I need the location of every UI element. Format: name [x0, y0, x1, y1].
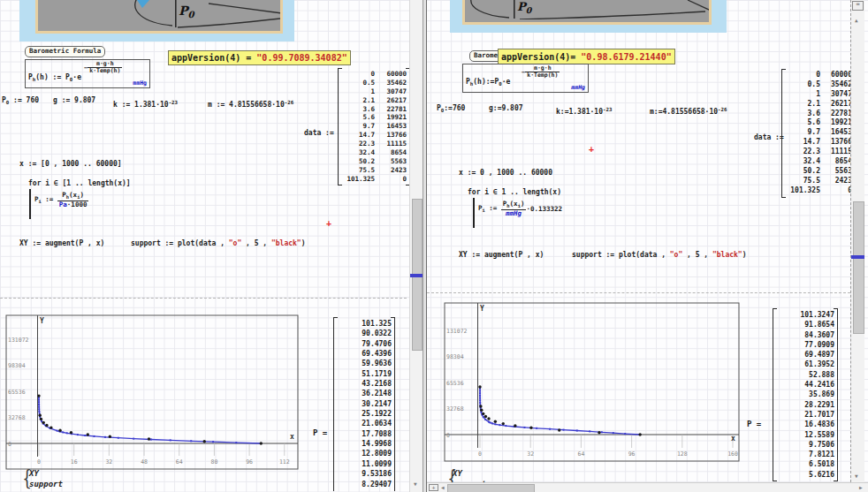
- split-grip-icon[interactable]: +: [429, 484, 438, 491]
- def-g-right[interactable]: g:=9.807: [489, 104, 523, 112]
- p-result-matrix-right[interactable]: 101.324791.865484.360777.090969.489761.3…: [773, 308, 838, 481]
- data-matrix-right[interactable]: 0600000.5354621307472.1262173.6227815.61…: [781, 69, 850, 198]
- for-loop-left[interactable]: for i ∈ [1 .. length(x)]: [28, 179, 131, 187]
- matrix-cell: 101.325: [341, 175, 375, 184]
- for-loop-right[interactable]: for i ∈ 1 .. length(x): [468, 188, 561, 196]
- matrix-cell: 9.7: [785, 128, 820, 138]
- matrix-cell: 8654: [820, 157, 850, 167]
- support-plot-right[interactable]: support := plot(data , "o" , 5 , "black"…: [572, 251, 747, 259]
- appversion-label: appVersion: [501, 52, 554, 62]
- matrix-cell: 101.325: [785, 186, 820, 196]
- scrollbar-thumb-right[interactable]: [853, 201, 864, 334]
- matrix-cell: 75.5: [785, 177, 820, 186]
- def-p0-right[interactable]: P0:=760: [437, 104, 465, 115]
- matrix-cell: 14.7: [785, 138, 820, 148]
- matrix-cell: 1: [341, 87, 375, 96]
- data-matrix-left[interactable]: 0600000.5354621307472.1262173.6227815.61…: [338, 68, 409, 185]
- loop-body-left[interactable]: Pi := Ph(xi)Pa·1000: [34, 192, 88, 209]
- matrix-cell: 36.2148: [337, 389, 392, 398]
- scrollbar-vertical-left[interactable]: ▼: [409, 0, 423, 492]
- appversion-result-right[interactable]: appVersion(4)= "0.98.6179.21440": [498, 49, 675, 64]
- scroll-right-arrow[interactable]: ▶: [859, 485, 863, 490]
- matrix-cell: 12.8009: [337, 449, 392, 458]
- matrix-cell: 30747: [820, 90, 850, 100]
- p0-image-label: P0: [517, 0, 531, 15]
- def-m-right[interactable]: m:=4.81556658·10-26: [650, 106, 727, 116]
- matrix-cell: 30747: [375, 87, 407, 96]
- p-result-label-left: P =: [313, 428, 327, 437]
- matrix-cell: 5.6: [785, 118, 820, 128]
- def-p0-left[interactable]: P0 := 760: [2, 96, 39, 107]
- x-range-left[interactable]: x := [0 , 1000 .. 60000]: [19, 160, 122, 168]
- matrix-cell: 61.3952: [776, 360, 834, 369]
- scroll-down-arrow-right[interactable]: ▼: [855, 473, 858, 479]
- x-range-right[interactable]: x := 0 , 1000 .. 60000: [459, 169, 552, 177]
- split-window-icon[interactable]: =: [852, 1, 864, 11]
- plot-region-right[interactable]: [445, 303, 739, 461]
- scroll-up-arrow-right[interactable]: ▲: [855, 18, 858, 23]
- matrix-cell: 44.2416: [776, 380, 834, 390]
- matrix-cell: 52.888: [776, 370, 834, 380]
- matrix-cell: 59.9636: [337, 359, 392, 368]
- appversion-label: appVersion: [171, 53, 225, 63]
- matrix-cell: 19921: [820, 118, 850, 128]
- matrix-cell: 30.2147: [337, 399, 392, 409]
- matrix-cell: 50.2: [341, 157, 375, 166]
- matrix-cell: 101.3247: [776, 310, 834, 320]
- scrollbar-thumb-horizontal[interactable]: [447, 484, 535, 492]
- formula-region-left[interactable]: Ph(h) := P0·e − m·g·hk·Temp(h) mmHg: [25, 59, 150, 88]
- illustration-curves-icon: [38, 0, 280, 28]
- def-k-left[interactable]: k := 1.381·10-23: [113, 99, 178, 109]
- matrix-cell: 6.5018: [776, 459, 834, 469]
- loop-body-right[interactable]: Pi := Ph(xi)mmHg ·0.133322: [478, 201, 562, 218]
- matrix-cell: 50.2: [785, 167, 820, 177]
- scroll-position-marker-left: [410, 274, 423, 277]
- illustration-curves-icon: [465, 0, 709, 19]
- matrix-cell: 69.4396: [337, 349, 392, 359]
- matrix-cell: 11.0099: [337, 459, 392, 469]
- loop-scope-bar: [473, 198, 475, 228]
- matrix-cell: 16453: [375, 122, 407, 131]
- worksheet-pane-left[interactable]: P0 Barometric Formula appVersion(4) = "0…: [0, 0, 409, 492]
- def-m-left[interactable]: m := 4.81556658·10-26: [208, 99, 293, 109]
- scroll-down-arrow-left[interactable]: ▼: [414, 481, 417, 487]
- appversion-eq: =: [240, 53, 256, 63]
- p-result-matrix-left[interactable]: 101.32590.032279.470669.439659.963651.17…: [333, 317, 395, 491]
- xy-augment-left[interactable]: XY := augment(P , x): [19, 239, 104, 247]
- matrix-cell: 9.7506: [776, 440, 834, 450]
- matrix-cell: 21.0634: [337, 419, 392, 428]
- appversion-result-left[interactable]: appVersion(4) = "0.99.7089.34082": [168, 50, 351, 65]
- insertion-crosshair-left[interactable]: +: [326, 218, 331, 228]
- matrix-cell: 11115: [820, 148, 850, 157]
- insertion-crosshair-right[interactable]: +: [589, 144, 594, 154]
- matrix-cell: 0.5: [341, 79, 375, 87]
- plot-region-left[interactable]: [6, 315, 298, 469]
- matrix-cell: 13766: [375, 131, 407, 140]
- region-label-left[interactable]: Barometric Formula: [25, 46, 105, 57]
- matrix-cell: 16453: [820, 128, 850, 138]
- matrix-cell: 51.1719: [337, 369, 392, 379]
- matrix-cell: 0: [375, 175, 407, 184]
- matrix-cell: 9.7: [341, 122, 375, 131]
- matrix-cell: 0: [341, 70, 375, 79]
- matrix-cell: 14.7: [341, 131, 375, 140]
- matrix-cell: 16.4836: [776, 420, 834, 429]
- matrix-cell: 21.7017: [776, 410, 834, 420]
- matrix-cell: 5563: [375, 157, 407, 166]
- matrix-cell: 3.6: [785, 110, 820, 119]
- matrix-cell: 90.0322: [337, 329, 392, 338]
- xy-augment-right[interactable]: XY := augment(P , x): [459, 251, 544, 259]
- matrix-cell: 12.5589: [776, 430, 834, 440]
- def-g-left[interactable]: g := 9.807: [53, 96, 95, 104]
- support-plot-left[interactable]: support := plot(data , "o" , 5 , "black"…: [131, 239, 306, 247]
- appversion-value: "0.99.7089.34082": [256, 53, 346, 63]
- matrix-cell: 0: [785, 71, 820, 80]
- matrix-cell: 22.3: [341, 140, 375, 148]
- matrix-cell: 26217: [375, 96, 407, 105]
- formula-region-right[interactable]: Ph(h):=P0·e − m·g·hk·Temp(h) mmHg: [462, 64, 589, 93]
- scrollbar-vertical-right[interactable]: = ▲ ▼: [851, 0, 864, 482]
- scroll-left-arrow[interactable]: ◀: [441, 485, 445, 490]
- scrollbar-horizontal-right[interactable]: + ◀ ▶: [427, 482, 868, 492]
- def-k-right[interactable]: k:=1.381·10-23: [556, 106, 612, 116]
- worksheet-pane-right[interactable]: P0 Barometric Formula appVersion(4)= "0.…: [427, 0, 850, 492]
